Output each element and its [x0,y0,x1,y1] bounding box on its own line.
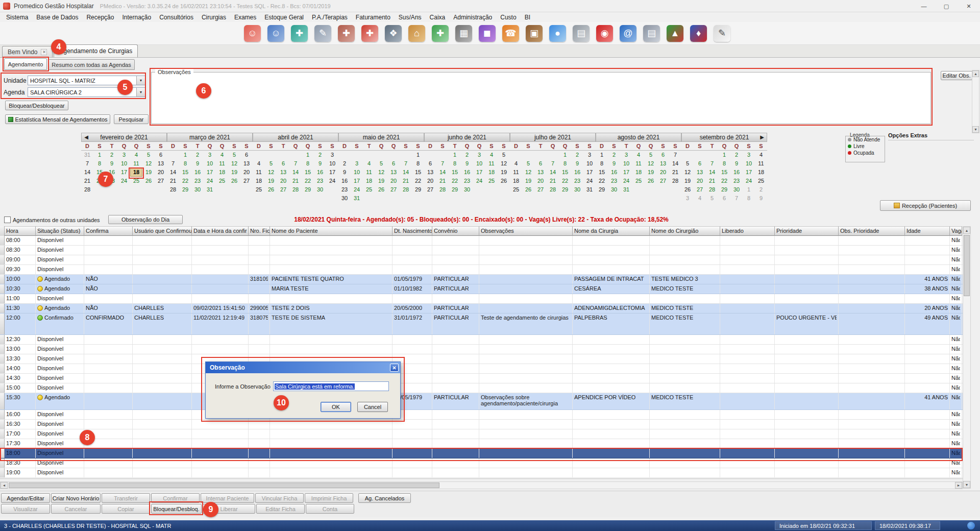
calendar-day[interactable]: 25 [363,185,375,194]
tab-bem-vindo[interactable]: Bem Vindo ✕ [2,46,53,57]
calendar-day[interactable]: 24 [583,177,596,185]
maximize-icon[interactable]: ▢ [935,0,958,12]
calendar-day[interactable]: 3 [118,151,130,159]
calendar-day[interactable]: 2 [191,151,204,159]
calendar-day[interactable]: 20 [277,177,289,185]
calendar-day[interactable]: 30 [338,194,351,203]
calendar-day[interactable]: 17 [473,168,485,177]
toolbar-icon-email[interactable]: @ [620,25,636,42]
calendar-day[interactable]: 17 [583,168,596,177]
menu-sus-ans[interactable]: Sus/Ans [395,13,426,21]
table-row[interactable]: 09:30DisponívelNão [0,265,963,275]
calendar-day[interactable]: 16 [191,168,204,177]
bottom-button-conta[interactable]: Conta [306,504,354,514]
chevron-down-icon[interactable]: ▼ [136,76,145,85]
calendar-day[interactable]: 7 [81,159,93,168]
calendar-day[interactable]: 7 [547,159,559,168]
calendar-day[interactable]: 22 [93,177,106,185]
subtab-resumo[interactable]: Resumo com todas as Agendas [48,59,135,70]
calendar-day[interactable]: 1 [718,151,730,159]
calendar-day[interactable]: 21 [547,177,559,185]
calendar-day[interactable]: 12 [522,168,534,177]
toolbar-icon-cube[interactable]: ◼ [479,25,496,42]
calendar-day[interactable]: 24 [204,177,216,185]
recepcao-pacientes-button[interactable]: Recepção (Pacientes) [880,200,971,211]
calendar-day[interactable]: 18 [363,177,375,185]
observacoes-textarea[interactable] [151,72,931,124]
calendar-day[interactable]: 17 [620,168,632,177]
bottom-button-ag-cancelados[interactable]: Ag. Cancelados [358,493,411,503]
table-row[interactable]: 08:30DisponívelNão [0,246,963,255]
calendar-day[interactable]: 2 [461,151,473,159]
calendar-day[interactable]: 18 [510,177,522,185]
calendar-day[interactable]: 10 [473,159,485,168]
calendar-day[interactable]: 16 [338,177,351,185]
calendar-day[interactable]: 17 [204,168,216,177]
column-header-nro-fich[interactable]: Nro. Fich [249,226,270,236]
calendar-day[interactable]: 24 [473,177,485,185]
calendar-day[interactable]: 29 [412,185,424,194]
calendar-day[interactable]: 26 [228,177,240,185]
calendar-day[interactable]: 10 [351,168,363,177]
calendar-day[interactable]: 15 [596,168,608,177]
bottom-button-copiar[interactable]: Copiar [102,504,150,514]
calendar-day[interactable]: 6 [718,194,730,203]
calendar-day[interactable]: 22 [449,177,461,185]
calendar-day[interactable]: 26 [522,185,534,194]
calendar-day[interactable]: 11 [216,159,228,168]
calendar-day[interactable]: 14 [289,168,302,177]
calendar-day[interactable]: 26 [265,185,277,194]
observacao-input[interactable]: Sala Cirúrgica está em reforma. [273,381,389,391]
calendar-day[interactable]: 7 [706,159,718,168]
calendar-day[interactable]: 21 [669,168,681,177]
calendar-day[interactable]: 5 [706,194,718,203]
dialog-close-icon[interactable]: ✕ [390,364,399,372]
calendar-day[interactable]: 11 [485,159,498,168]
toolbar-icon-power[interactable]: ◉ [596,25,613,42]
calendar-day[interactable]: 13 [657,159,669,168]
toolbar-icon-report[interactable]: ▤ [573,25,590,42]
calendar-day[interactable]: 19 [522,177,534,185]
calendar-day[interactable]: 9 [191,159,204,168]
menu-caixa[interactable]: Caixa [426,13,450,21]
calendar-day[interactable]: 17 [118,168,130,177]
calendar-day[interactable]: 27 [387,185,400,194]
toolbar-icon-chart[interactable]: ▲ [667,25,683,42]
calendar-day[interactable]: 14 [81,168,93,177]
calendar-day[interactable]: 1 [302,151,314,159]
calendar-day[interactable]: 12 [681,168,694,177]
column-header-dt-nascimento[interactable]: Dt. Nascimento [393,226,432,236]
calendar-day[interactable]: 11 [363,168,375,177]
calendar-day[interactable]: 7 [436,159,449,168]
calendar-day[interactable]: 31 [583,185,596,194]
toolbar-icon-stretcher[interactable]: ✚ [338,25,355,42]
calendar-day[interactable]: 12 [645,159,657,168]
bottom-button-visualizar[interactable]: Visualizar [1,504,50,514]
calendar-day[interactable]: 4 [130,151,142,159]
calendar-day[interactable]: 23 [314,177,326,185]
calendar-day[interactable]: 1 [93,151,106,159]
calendar-day[interactable]: 11 [130,159,142,168]
column-header-observa-es[interactable]: Observações [479,226,573,236]
scroll-down-icon[interactable]: ▼ [972,126,979,133]
toolbar-icon-safe[interactable]: ▦ [455,25,472,42]
calendar-day[interactable]: 27 [534,185,547,194]
calendar-day[interactable]: 28 [400,185,412,194]
scroll-up-icon[interactable]: ▲ [963,227,970,234]
calendar-day[interactable]: 26 [375,185,387,194]
menu-cirurgias[interactable]: Cirurgias [198,13,230,21]
calendar-day[interactable]: 5 [375,159,387,168]
calendar-day[interactable]: 19 [228,168,240,177]
calendar-day[interactable]: 28 [167,185,179,194]
menu-exames[interactable]: Exames [230,13,260,21]
column-header-nome-do-paciente[interactable]: Nome do Paciente [270,226,393,236]
column-header-nome-da-cirurgia[interactable]: Nome da Cirurgia [573,226,650,236]
calendar-day[interactable]: 5 [228,151,240,159]
calendar-day[interactable]: 12 [498,159,510,168]
calendar-day[interactable]: 25 [130,177,142,185]
calendar-day[interactable]: 2 [571,151,583,159]
unidade-combobox[interactable]: HOSPITAL SQL - MATRIZ ▼ [28,76,145,85]
calendar-day[interactable]: 28 [706,185,718,194]
calendar-day[interactable]: 25 [755,177,767,185]
calendar-day[interactable]: 9 [106,159,118,168]
